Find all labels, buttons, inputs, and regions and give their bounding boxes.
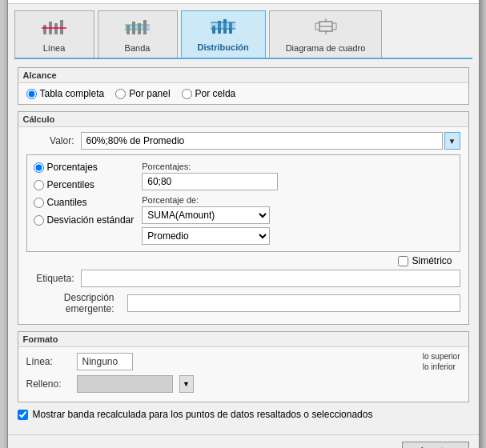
alcance-radio-row: Tabla completa Por panel Por celda <box>26 88 460 99</box>
radio-cuantiles[interactable]: Cuantiles <box>34 197 135 208</box>
tab-linea-label: Línea <box>43 43 66 53</box>
porcentaje-de-label: Porcentaje de: <box>142 195 452 205</box>
bottom-bar: Aceptar <box>8 434 479 448</box>
radio-percentiles[interactable]: Percentiles <box>34 179 135 190</box>
popup-radio-group: Porcentajes Percentiles Cuantiles D <box>34 162 135 245</box>
alcance-body: Tabla completa Por panel Por celda <box>18 83 468 104</box>
valor-dropdown-arrow[interactable]: ▼ <box>444 132 460 150</box>
radio-percentiles-label: Percentiles <box>47 179 94 190</box>
tabs-row: Línea Banda <box>8 4 479 58</box>
alcance-por-panel[interactable]: Por panel <box>115 88 170 99</box>
tab-diagrama-label: Diagrama de cuadro <box>286 43 366 53</box>
calculo-title: Cálculo <box>18 112 468 127</box>
distribucion-icon <box>211 16 236 39</box>
alcance-tabla-label: Tabla completa <box>40 88 105 99</box>
linea-icon <box>42 17 67 40</box>
popup-panel: Porcentajes Percentiles Cuantiles D <box>26 154 460 252</box>
formato-title: Formato <box>18 332 468 347</box>
alcance-title: Alcance <box>18 68 468 83</box>
radio-porcentajes[interactable]: Porcentajes <box>34 162 135 173</box>
radio-porcentajes-label: Porcentajes <box>47 162 98 173</box>
simetrico-checkbox[interactable] <box>398 256 408 266</box>
porcentajes-input[interactable] <box>142 173 278 190</box>
descripcion-label: Descripción emergente: <box>26 292 114 314</box>
descripcion-row: Descripción emergente: <box>26 292 460 314</box>
svg-rect-2 <box>54 23 58 34</box>
tab-linea[interactable]: Línea <box>14 10 94 58</box>
formato-section: Formato Línea: Ninguno lo superior lo in… <box>18 331 469 402</box>
alcance-celda-label: Por celda <box>195 88 236 99</box>
mostrar-row: Mostrar banda recalculada para los punto… <box>18 409 469 420</box>
mostrar-checkbox[interactable] <box>18 410 28 420</box>
inferior-label: lo inferior <box>423 362 460 371</box>
accept-button[interactable]: Aceptar <box>402 442 468 448</box>
valor-row: Valor: ▼ <box>26 132 460 150</box>
content-area: Alcance Tabla completa Por panel Por cel… <box>8 59 479 434</box>
radio-cuantiles-label: Cuantiles <box>47 197 87 208</box>
svg-rect-3 <box>60 20 63 34</box>
tab-diagrama[interactable]: Diagrama de cuadro <box>269 10 383 58</box>
etiqueta-input[interactable] <box>81 270 460 287</box>
alcance-por-celda[interactable]: Por celda <box>182 88 236 99</box>
diagrama-icon <box>313 17 339 40</box>
calculo-body: Valor: ▼ Porcentajes <box>18 127 468 324</box>
svg-rect-9 <box>125 25 150 30</box>
suma-select-row: SUMA(Amount) Promedio <box>142 206 452 224</box>
radio-desviacion-label: Desviación estándar <box>47 214 135 226</box>
alcance-section: Alcance Tabla completa Por panel Por cel… <box>18 67 469 105</box>
tab-distribucion-label: Distribución <box>198 42 249 52</box>
calculo-section: Cálculo Valor: ▼ Porcentaj <box>18 111 469 325</box>
linea-value: Ninguno <box>77 353 133 370</box>
promedio-select-row: Promedio Media Total <box>142 227 452 245</box>
popup-right-fields: Porcentajes: Porcentaje de: SUMA(Amount)… <box>142 162 452 245</box>
porcentajes-field: Porcentajes: <box>142 162 452 190</box>
porcentajes-field-label: Porcentajes: <box>142 162 452 171</box>
banda-icon <box>125 17 151 40</box>
tab-banda[interactable]: Banda <box>98 10 178 58</box>
side-labels: lo superior lo inferior <box>423 352 460 371</box>
simetrico-row: Simétrico <box>26 255 460 266</box>
relleno-color-arrow[interactable]: ▼ <box>179 375 194 393</box>
svg-rect-16 <box>211 22 235 29</box>
etiqueta-row: Etiqueta: <box>26 270 460 287</box>
porcentaje-de-field: Porcentaje de: SUMA(Amount) Promedio <box>142 195 452 245</box>
tab-distribucion[interactable]: Distribución <box>181 10 266 58</box>
valor-value-box: ▼ <box>81 132 460 150</box>
suma-select[interactable]: SUMA(Amount) Promedio <box>142 206 270 224</box>
dialog: Editar línea de referencia, banda o cuad… <box>7 0 480 448</box>
linea-label: Línea: <box>26 356 70 367</box>
valor-input[interactable] <box>81 132 443 150</box>
descripcion-input[interactable] <box>127 294 460 312</box>
linea-row: Línea: Ninguno lo superior lo inferior <box>26 352 460 371</box>
superior-label: lo superior <box>423 352 460 361</box>
svg-rect-0 <box>43 25 46 34</box>
promedio-select[interactable]: Promedio Media Total <box>142 227 270 245</box>
radio-desviacion[interactable]: Desviación estándar <box>34 214 135 226</box>
simetrico-label: Simétrico <box>412 255 452 266</box>
valor-label: Valor: <box>26 135 74 146</box>
alcance-panel-label: Por panel <box>129 88 170 99</box>
relleno-color-box <box>77 375 173 393</box>
tab-banda-label: Banda <box>125 43 151 53</box>
relleno-row: Relleno: ▼ <box>26 375 460 393</box>
alcance-tabla-completa[interactable]: Tabla completa <box>26 88 105 99</box>
formato-body: Línea: Ninguno lo superior lo inferior R… <box>18 347 468 402</box>
mostrar-label: Mostrar banda recalculada para los punto… <box>33 409 373 420</box>
relleno-label: Relleno: <box>26 378 70 390</box>
etiqueta-label: Etiqueta: <box>26 273 74 284</box>
